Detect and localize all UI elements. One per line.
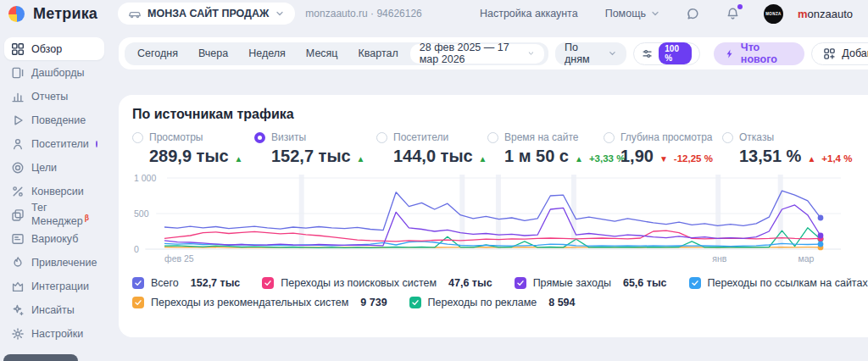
legend-checkbox[interactable] xyxy=(262,277,274,289)
sidebar-item-label: Обзор xyxy=(31,43,62,55)
sidebar-item-attraction-flame[interactable]: Привлечение xyxy=(4,251,104,274)
notification-dot xyxy=(96,141,97,147)
sidebar-item-integrations[interactable]: Интеграции xyxy=(4,275,104,297)
holiday-band xyxy=(299,175,304,249)
series-end-dot[interactable] xyxy=(818,242,824,247)
x-tick-label: янв xyxy=(712,253,726,264)
legend-label: Переходы из рекомендательных систем xyxy=(151,297,348,308)
check-icon xyxy=(691,279,699,287)
metric-label: Время на сайте xyxy=(504,131,578,143)
counter-selector[interactable]: МОНЗА САЙТ ПРОДАЖ xyxy=(118,3,295,25)
app-name[interactable]: Метрика xyxy=(33,5,97,23)
sidebar-item-conversions-percent[interactable]: Конверсии xyxy=(4,180,104,203)
sidebar-item-variocube[interactable]: Вариокуб xyxy=(4,227,104,250)
account-settings-link[interactable]: Настройка аккаунта xyxy=(480,8,578,19)
traffic-line-chart[interactable]: 05001 000фев 25янвмар xyxy=(132,171,844,266)
metric-tab[interactable]: Время на сайте 1 м 50 с▲+3,33 % xyxy=(487,131,604,166)
metric-tab[interactable]: Отказы 13,51 %▲+1,4 % xyxy=(722,131,832,166)
whats-new-button[interactable]: Что нового xyxy=(714,42,804,65)
metric-radio[interactable] xyxy=(487,132,498,143)
metric-radio[interactable] xyxy=(604,132,615,143)
chevron-down-icon xyxy=(608,48,617,58)
legend-checkbox[interactable] xyxy=(132,297,144,308)
series-line xyxy=(164,191,821,230)
metric-tab[interactable]: Визиты 152,7 тыс▲ xyxy=(254,131,376,166)
help-label: Помощь xyxy=(605,8,646,19)
date-range-select[interactable]: 28 фев 2025 — 17 мар 2026 xyxy=(410,44,544,64)
metric-radio[interactable] xyxy=(376,132,387,143)
legend-checkbox[interactable] xyxy=(515,277,526,289)
series-end-dot[interactable] xyxy=(818,233,824,239)
date-preset-button[interactable]: Квартал xyxy=(348,47,409,59)
granularity-select[interactable]: По дням xyxy=(555,42,626,65)
metric-radio[interactable] xyxy=(132,132,143,143)
legend-label: Переходы из поисковых систем xyxy=(281,277,437,289)
legend-item[interactable]: Всего 152,7 тыс xyxy=(132,277,240,289)
metric-value: 289,9 тыс xyxy=(149,147,229,166)
help-menu[interactable]: Помощь xyxy=(605,8,660,19)
sidebar-bottom-banner[interactable] xyxy=(3,354,78,361)
legend-item[interactable]: Переходы из поисковых систем 47,6 тыс xyxy=(262,277,492,289)
user-name[interactable]: monzaauto xyxy=(798,8,853,20)
metric-radio[interactable] xyxy=(254,132,265,143)
date-preset-button[interactable]: Вчера xyxy=(188,47,238,59)
add-widget-button[interactable]: Добавить xyxy=(811,42,868,65)
metric-tab[interactable]: Просмотры 289,9 тыс▲ xyxy=(132,131,254,166)
metric-label: Визиты xyxy=(271,131,306,143)
date-preset-button[interactable]: Месяц xyxy=(296,47,348,59)
add-grid-icon xyxy=(823,47,836,60)
sidebar-item-dashboards[interactable]: Дашборды xyxy=(4,61,104,84)
legend-item[interactable]: Переходы из рекомендательных систем 9 73… xyxy=(132,297,387,308)
sidebar-item-label: Цели xyxy=(31,162,57,174)
metric-tab[interactable]: Глубина просмотра 1,90▼-12,25 % xyxy=(604,131,722,166)
sidebar-item-insights-sparkle[interactable]: Инсайты xyxy=(4,298,104,321)
legend-item[interactable]: Прямые заходы 65,6 тыс xyxy=(515,277,667,289)
sidebar-item-label: Тег Менеджерβ xyxy=(31,202,97,227)
sidebar-item-settings-gear[interactable]: Настройки xyxy=(4,322,104,345)
date-preset-group: СегодняВчераНеделяМесяцКвартал28 фев 202… xyxy=(125,42,548,65)
sidebar-item-label: Инсайты xyxy=(31,304,75,316)
chat-button[interactable] xyxy=(686,7,700,21)
sampling-button[interactable]: 100 % xyxy=(633,42,700,65)
sidebar-item-overview-grid[interactable]: Обзор xyxy=(4,37,104,60)
sidebar-item-label: Дашборды xyxy=(31,67,85,79)
avatar[interactable]: MONZA xyxy=(764,4,783,24)
chevron-down-icon xyxy=(527,48,535,58)
y-tick-label: 500 xyxy=(134,208,149,219)
sidebar-item-behavior-play[interactable]: Поведение xyxy=(4,108,104,131)
series-end-dot[interactable] xyxy=(818,215,824,221)
metric-delta: -12,25 % xyxy=(674,153,713,164)
metric-tab[interactable]: Посетители 144,0 тыс▲ xyxy=(376,131,487,166)
date-preset-button[interactable]: Неделя xyxy=(238,47,296,59)
sidebar-item-label: Посетители xyxy=(31,138,89,150)
metric-label: Глубина просмотра xyxy=(620,131,713,143)
sidebar-item-visitors-person[interactable]: Посетители xyxy=(4,132,104,155)
chevron-down-icon xyxy=(650,8,660,19)
chevron-down-icon xyxy=(275,8,285,19)
trend-up-icon: ▲ xyxy=(479,154,487,164)
holiday-band xyxy=(496,175,501,249)
chart-area[interactable]: 05001 000фев 25янвмар xyxy=(132,171,868,269)
legend-checkbox[interactable] xyxy=(132,277,144,289)
attraction-flame-icon xyxy=(11,256,25,269)
trend-up-icon: ▲ xyxy=(575,154,583,164)
tag-manager-icon xyxy=(11,208,25,222)
whats-new-label: Что нового xyxy=(741,42,794,65)
sidebar-item-label: Отчеты xyxy=(31,91,68,103)
legend-checkbox[interactable] xyxy=(689,277,701,289)
legend-item[interactable]: Переходы по рекламе 8 594 xyxy=(409,297,576,308)
visitors-person-icon xyxy=(11,137,25,151)
check-icon xyxy=(516,279,525,287)
legend-checkbox[interactable] xyxy=(409,297,421,308)
legend-item[interactable]: Переходы по ссылкам на сайтах 12,4 тыс xyxy=(689,277,868,289)
legend-value: 152,7 тыс xyxy=(191,277,241,289)
notifications-button[interactable] xyxy=(726,7,740,21)
metric-tabs: Просмотры 289,9 тыс▲Визиты 152,7 тыс▲Пос… xyxy=(132,131,868,166)
metric-radio[interactable] xyxy=(722,132,733,143)
check-icon xyxy=(134,298,142,307)
sidebar-item-reports[interactable]: Отчеты xyxy=(4,85,104,108)
date-preset-button[interactable]: Сегодня xyxy=(127,47,188,59)
sidebar-item-goals-target[interactable]: Цели xyxy=(4,156,104,179)
sidebar-item-tag-manager[interactable]: Тег Менеджерβ xyxy=(4,203,104,226)
legend-value: 47,6 тыс xyxy=(448,277,492,289)
